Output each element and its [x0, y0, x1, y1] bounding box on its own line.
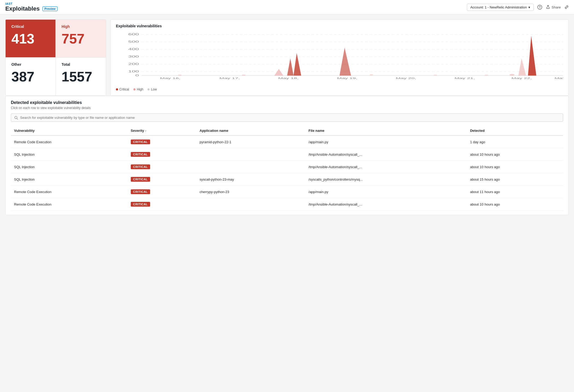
chart-svg: 600 500 400 300 200 100 0 May 16, May 17…	[116, 32, 563, 80]
stat-card-critical: Critical 413	[6, 20, 56, 58]
col-file-name: File name	[305, 126, 467, 136]
svg-point-30	[178, 75, 182, 76]
legend-critical: Critical	[116, 88, 129, 91]
detected-subtitle: Click on each row to view exploitable vu…	[11, 106, 563, 110]
vuln-name: SQL Injection	[11, 173, 128, 186]
severity-cell: CRITICAL	[128, 173, 197, 186]
col-app-name: Application name	[196, 126, 305, 136]
svg-point-31	[242, 75, 245, 76]
other-label: Other	[11, 62, 50, 67]
high-label: High	[62, 24, 100, 29]
table-header: Vulnerability Severity ↑ Application nam…	[11, 126, 563, 136]
search-input[interactable]	[20, 116, 560, 120]
severity-cell: CRITICAL	[128, 198, 197, 211]
search-bar[interactable]	[11, 114, 563, 122]
detected-time: 1 day ago	[467, 136, 563, 148]
col-vulnerability: Vulnerability	[11, 126, 128, 136]
file-name: /tmp/Ansible-Automation/syscall_...	[305, 161, 467, 173]
svg-text:500: 500	[128, 40, 139, 43]
detected-time: about 11 hours ago	[467, 186, 563, 198]
svg-text:0: 0	[135, 74, 139, 77]
table-row[interactable]: SQL Injection CRITICAL /tmp/Ansible-Auto…	[11, 148, 563, 161]
severity-badge: CRITICAL	[131, 177, 150, 182]
svg-point-35	[510, 74, 515, 76]
detected-time: about 15 hours ago	[467, 173, 563, 186]
svg-text:?: ?	[539, 6, 541, 9]
app-name	[196, 198, 305, 211]
svg-text:400: 400	[128, 48, 139, 51]
top-bar-right: Account: 1 - NewRelic Administration ▾ ?…	[467, 4, 569, 11]
svg-text:May 19,: May 19,	[337, 77, 357, 80]
svg-text:May 21,: May 21,	[455, 77, 475, 80]
severity-cell: CRITICAL	[128, 136, 197, 148]
main-content: Critical 413 High 757 Other 387 Total 15…	[0, 15, 574, 220]
svg-marker-24	[274, 69, 283, 76]
chevron-down-icon: ▾	[528, 5, 530, 9]
col-severity: Severity ↑	[128, 126, 197, 136]
low-dot	[147, 88, 150, 90]
svg-marker-29	[518, 58, 526, 76]
detected-time: about 10 hours ago	[467, 198, 563, 211]
detected-section: Detected exploitable vulnerabilities Cli…	[5, 96, 569, 215]
svg-point-34	[485, 75, 488, 76]
vuln-name: SQL Injection	[11, 161, 128, 173]
legend-low: Low	[147, 88, 157, 91]
stats-chart-wrapper: Critical 413 High 757 Other 387 Total 15…	[5, 19, 569, 96]
vulnerabilities-table: Vulnerability Severity ↑ Application nam…	[11, 126, 563, 211]
severity-badge: CRITICAL	[131, 189, 150, 194]
table-row[interactable]: SQL Injection CRITICAL /tmp/Ansible-Auto…	[11, 161, 563, 173]
search-icon	[14, 116, 18, 120]
total-value: 1557	[62, 70, 100, 84]
svg-text:600: 600	[128, 33, 139, 36]
svg-text:May: May	[554, 77, 563, 80]
severity-cell: CRITICAL	[128, 161, 197, 173]
detected-time: about 10 hours ago	[467, 161, 563, 173]
account-label: Account: 1 - NewRelic Administration	[470, 5, 527, 9]
detected-time: about 10 hours ago	[467, 148, 563, 161]
file-name: /tmp/Ansible-Automation/syscall_...	[305, 148, 467, 161]
chart-legend: Critical High Low	[116, 88, 563, 91]
brand-label: IAST	[5, 2, 58, 5]
critical-dot	[116, 88, 118, 90]
page-title: Exploitables	[5, 5, 40, 12]
sort-arrow[interactable]: ↑	[145, 129, 147, 132]
help-button[interactable]: ?	[537, 5, 542, 10]
chart-panel: Exploitable vulnerabilities 600 500 400 …	[110, 19, 569, 96]
critical-label: Critical	[11, 24, 50, 29]
table-row[interactable]: Remote Code Execution CRITICAL cherrypy-…	[11, 186, 563, 198]
share-button[interactable]: Share	[546, 5, 561, 9]
page-title-row: Exploitables Preview	[5, 5, 58, 12]
high-dot	[133, 88, 136, 90]
account-selector[interactable]: Account: 1 - NewRelic Administration ▾	[467, 4, 534, 11]
severity-badge: CRITICAL	[131, 152, 150, 157]
file-name: /syscalls_python/controllers/mysq...	[305, 173, 467, 186]
top-bar: IAST Exploitables Preview Account: 1 - N…	[0, 0, 574, 15]
stat-card-other: Other 387	[6, 58, 56, 95]
svg-text:May 22,: May 22,	[511, 77, 532, 80]
table-row[interactable]: Remote Code Execution CRITICAL /tmp/Ansi…	[11, 198, 563, 211]
stat-card-total: Total 1557	[56, 58, 106, 95]
svg-text:May 16,: May 16,	[160, 77, 180, 80]
severity-badge: CRITICAL	[131, 164, 150, 169]
app-name	[196, 161, 305, 173]
severity-cell: CRITICAL	[128, 186, 197, 198]
file-name: /app/main.py	[305, 136, 467, 148]
share-label: Share	[551, 5, 561, 9]
app-name: cherrypy-python-23	[196, 186, 305, 198]
table-row[interactable]: SQL Injection CRITICAL syscall-python-23…	[11, 173, 563, 186]
detected-title: Detected exploitable vulnerabilities	[11, 100, 563, 105]
link-button[interactable]	[564, 5, 569, 9]
svg-point-32	[369, 74, 373, 75]
total-label: Total	[62, 62, 100, 67]
top-bar-left: IAST Exploitables Preview	[5, 2, 58, 12]
stat-card-high: High 757	[56, 20, 106, 58]
app-name	[196, 148, 305, 161]
severity-cell: CRITICAL	[128, 148, 197, 161]
svg-point-33	[433, 75, 437, 76]
legend-high: High	[133, 88, 144, 91]
low-legend-label: Low	[151, 88, 157, 91]
svg-text:May 20,: May 20,	[396, 77, 416, 80]
critical-legend-label: Critical	[119, 88, 129, 91]
vuln-name: Remote Code Execution	[11, 136, 128, 148]
table-row[interactable]: Remote Code Execution CRITICAL pyramid-p…	[11, 136, 563, 148]
